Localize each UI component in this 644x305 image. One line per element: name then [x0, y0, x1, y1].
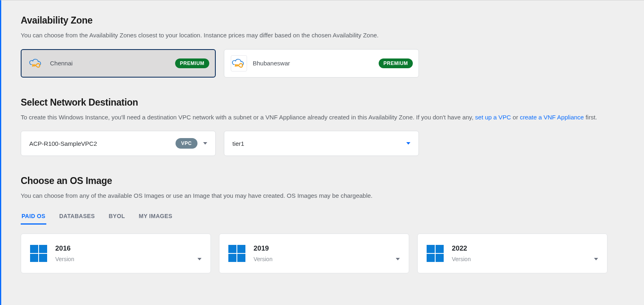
premium-badge: PREMIUM [175, 58, 209, 68]
os-version-label: Version [452, 256, 471, 262]
tab-paid-os[interactable]: PAID OS [21, 210, 46, 225]
svg-rect-2 [30, 254, 38, 262]
svg-rect-5 [237, 245, 245, 253]
svg-rect-8 [427, 245, 435, 253]
chevron-down-icon [203, 142, 207, 145]
network-row: ACP-R100-SampleVPC2 VPC tier1 [21, 131, 607, 156]
chevron-down-icon [197, 258, 202, 260]
os-desc: You can choose from any of the available… [21, 191, 607, 201]
tier-select-value: tier1 [232, 140, 401, 147]
os-card-2022[interactable]: 2022 Version [417, 234, 607, 273]
vpc-select[interactable]: ACP-R100-SampleVPC2 VPC [21, 131, 216, 156]
chevron-down-icon [406, 142, 410, 145]
os-tabs: PAID OS DATABASES BYOL MY IMAGES [21, 210, 607, 225]
network-title: Select Network Destination [21, 97, 607, 108]
network-desc: To create this Windows Instance, you'll … [21, 113, 607, 122]
tier-select[interactable]: tier1 [224, 131, 419, 156]
premium-badge: PREMIUM [379, 58, 413, 68]
os-version-select[interactable]: Version [452, 256, 598, 262]
os-card-2019[interactable]: 2019 Version [219, 234, 409, 273]
availability-zone-desc: You can choose from the Availability Zon… [21, 31, 607, 40]
set-up-vpc-link[interactable]: set up a VPC [475, 114, 511, 121]
os-version-label: Version [254, 256, 273, 262]
cloud-infinity-icon [231, 55, 247, 71]
az-card-bhubaneswar[interactable]: Bhubaneswar PREMIUM [224, 49, 419, 78]
windows-icon [228, 245, 245, 262]
svg-rect-1 [39, 245, 47, 253]
network-desc-or: or [511, 114, 520, 121]
os-card-2016[interactable]: 2016 Version [21, 234, 211, 273]
az-name: Bhubaneswar [253, 60, 373, 67]
vpc-pill: VPC [176, 138, 197, 149]
az-name: Chennai [50, 60, 169, 67]
network-desc-suffix: first. [584, 114, 597, 121]
az-card-chennai[interactable]: Chennai PREMIUM [21, 49, 216, 78]
section-availability-zone: Availability Zone You can choose from th… [21, 15, 607, 78]
svg-rect-7 [237, 254, 245, 262]
chevron-down-icon [594, 258, 598, 260]
os-name: 2019 [254, 244, 400, 253]
svg-rect-6 [228, 254, 236, 262]
chevron-down-icon [396, 258, 400, 260]
vpc-select-value: ACP-R100-SampleVPC2 [29, 140, 170, 147]
os-name: 2016 [55, 244, 202, 253]
svg-rect-3 [39, 254, 47, 262]
os-title: Choose an OS Image [21, 175, 607, 186]
availability-zone-title: Availability Zone [21, 15, 607, 26]
section-network-destination: Select Network Destination To create thi… [21, 97, 607, 156]
availability-zone-row: Chennai PREMIUM Bhubaneswar PREMIUM [21, 49, 607, 78]
tab-databases[interactable]: DATABASES [59, 210, 96, 225]
section-os-image: Choose an OS Image You can choose from a… [21, 175, 607, 273]
os-version-label: Version [55, 256, 74, 262]
svg-rect-4 [228, 245, 236, 253]
windows-icon [30, 245, 47, 262]
tab-byol[interactable]: BYOL [108, 210, 126, 225]
os-version-select[interactable]: Version [254, 256, 400, 262]
network-desc-prefix: To create this Windows Instance, you'll … [21, 114, 475, 121]
create-vnf-link[interactable]: create a VNF Appliance [520, 114, 584, 121]
os-version-select[interactable]: Version [55, 256, 202, 262]
tab-my-images[interactable]: MY IMAGES [138, 210, 173, 225]
svg-rect-10 [427, 254, 435, 262]
os-name: 2022 [452, 244, 598, 253]
cloud-infinity-icon [28, 55, 44, 71]
svg-rect-9 [436, 245, 444, 253]
os-row: 2016 Version 2019 [21, 234, 607, 273]
svg-rect-0 [30, 245, 38, 253]
windows-icon [427, 245, 444, 262]
svg-rect-11 [436, 254, 444, 262]
